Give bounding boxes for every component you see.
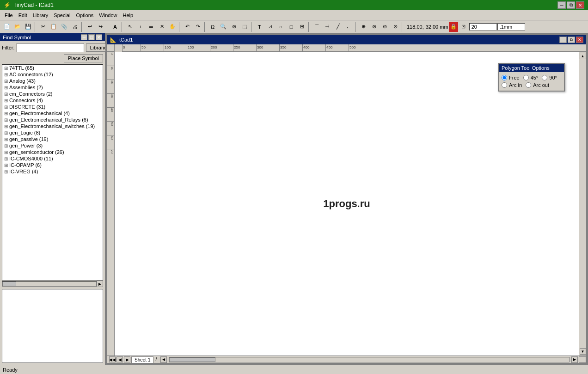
tree-item-1[interactable]: ⊞AC connectors (12) — [2, 71, 103, 78]
tree-item-11[interactable]: ⊞gen_passive (19) — [2, 136, 103, 142]
restore-button[interactable]: ⧉ — [567, 1, 575, 9]
wire-button[interactable]: + — [135, 22, 146, 32]
tcad-close-button[interactable]: ✕ — [576, 37, 583, 43]
toolbar-separator-3 — [107, 22, 109, 32]
grid-button[interactable]: ⊞ — [297, 22, 307, 32]
sheet-tab-1[interactable]: Sheet 1 — [131, 356, 153, 363]
menu-special[interactable]: Special — [51, 12, 73, 19]
filter-label: Filter: — [2, 45, 15, 50]
menu-help[interactable]: Help — [120, 12, 136, 19]
menu-edit[interactable]: Edit — [16, 12, 30, 19]
tree-item-8[interactable]: ⊞gen_Electromechanical_Relays (6) — [2, 116, 103, 123]
menu-window[interactable]: Window — [96, 12, 120, 19]
undo-button[interactable]: ↩ — [85, 22, 95, 32]
status-bar: Ready — [0, 365, 588, 374]
tab-first-btn[interactable]: ◀◀ — [109, 356, 116, 362]
tree-item-16[interactable]: ⊞IC-VREG (4) — [2, 168, 103, 175]
copy-button[interactable]: 📋 — [49, 22, 59, 32]
bus-button[interactable]: ═ — [146, 22, 156, 32]
tree-item-3[interactable]: ⊞Assemblies (2) — [2, 84, 103, 91]
close-button[interactable]: ✕ — [576, 1, 584, 9]
arc-in-radio[interactable] — [502, 82, 507, 88]
scrollbar-thumb[interactable] — [169, 357, 215, 362]
print-button[interactable]: 🖨 — [70, 22, 80, 32]
cursor-button[interactable]: ⊿ — [265, 22, 275, 32]
scroll-right-h-btn[interactable]: ▶ — [571, 356, 578, 363]
save-button[interactable]: 💾 — [23, 22, 33, 32]
tree-item-4[interactable]: ⊞cm_Connectors (2) — [2, 91, 103, 97]
sym1-button[interactable]: ⊕ — [358, 22, 368, 32]
tree-item-12[interactable]: ⊞gen_Power (3) — [2, 142, 103, 149]
find-symbol-title: Find Symbol — [3, 35, 31, 40]
tree-horizontal-scrollbar[interactable]: ▶ — [2, 281, 103, 287]
tab-prev-btn[interactable]: ◀ — [116, 356, 123, 362]
paste-button[interactable]: 📎 — [59, 22, 69, 32]
menu-options[interactable]: Options — [73, 12, 96, 19]
tcad-icon: 📐 — [110, 37, 116, 43]
arc-button[interactable]: ⌒ — [312, 22, 322, 32]
undo2-button[interactable]: ↶ — [182, 22, 192, 32]
45deg-radio[interactable] — [523, 75, 529, 80]
curve-button[interactable]: ⌐ — [343, 22, 354, 32]
symbol-tree[interactable]: ⊞74TTL (65)⊞AC connectors (12)⊞Analog (4… — [2, 64, 103, 281]
sym3-button[interactable]: ⊘ — [380, 22, 390, 32]
minimize-button[interactable]: ─ — [557, 1, 566, 9]
pan-button[interactable]: ⬚ — [239, 22, 250, 32]
cut-button[interactable]: ✂ — [38, 22, 48, 32]
filter-input[interactable] — [17, 43, 84, 52]
tree-item-10[interactable]: ⊞gen_Logic (8) — [2, 129, 103, 136]
text-button[interactable]: T — [254, 22, 264, 32]
zoom-display[interactable]: 20 — [469, 23, 497, 31]
arc-out-radio[interactable] — [526, 82, 531, 88]
redo-button[interactable]: ↪ — [95, 22, 105, 32]
tab-next-btn[interactable]: ▶ — [124, 356, 130, 362]
tree-item-5[interactable]: ⊞Connectors (4) — [2, 97, 103, 104]
sym2-button[interactable]: ⊗ — [369, 22, 379, 32]
scroll-down-btn[interactable]: ▼ — [580, 348, 586, 355]
vertical-scrollbar[interactable]: ▲ ▼ — [579, 52, 586, 356]
tcad-restore-button[interactable]: ⧉ — [568, 37, 575, 43]
delete-button[interactable]: ✕ — [157, 22, 167, 32]
drag-button[interactable]: ✋ — [167, 22, 178, 32]
select-button[interactable]: ↖ — [125, 22, 135, 32]
toolbar-separator-1 — [35, 22, 37, 32]
rect-button[interactable]: □ — [286, 22, 296, 32]
scroll-right-btn[interactable]: ▶ — [97, 281, 103, 287]
90deg-option-row: 90° — [542, 75, 557, 80]
scroll-left-btn[interactable]: ◀ — [160, 356, 167, 363]
horizontal-scrollbar[interactable] — [169, 357, 570, 362]
ruler-mark-250: 250 — [233, 44, 256, 51]
new-button[interactable]: 📄 — [2, 22, 12, 32]
tree-item-15[interactable]: ⊞IC-OPAMP (6) — [2, 162, 103, 168]
pin-button[interactable]: ⊣ — [322, 22, 332, 32]
tree-item-13[interactable]: ⊞gen_semiconductor (26) — [2, 149, 103, 155]
zoom-x-button[interactable]: ⊗ — [229, 22, 239, 32]
panel-minimize-button[interactable]: ─ — [81, 34, 87, 40]
tree-item-0[interactable]: ⊞74TTL (65) — [2, 65, 103, 71]
90deg-radio[interactable] — [542, 75, 547, 80]
free-radio[interactable] — [502, 75, 507, 80]
open-button[interactable]: 📂 — [12, 22, 23, 32]
omega-button[interactable]: Ω — [208, 22, 218, 32]
zoom-in-button[interactable]: 🔍 — [218, 22, 228, 32]
tree-item-7[interactable]: ⊞gen_Electromechanical (4) — [2, 110, 103, 116]
panel-maximize-button[interactable]: □ — [88, 34, 95, 40]
tree-item-6[interactable]: ⊞DISCRETE (31) — [2, 104, 103, 110]
bold-button[interactable]: A — [110, 22, 120, 32]
redo2-button[interactable]: ↷ — [193, 22, 203, 32]
coord-y: 32.00 mm — [426, 24, 448, 30]
tree-item-2[interactable]: ⊞Analog (43) — [2, 78, 103, 84]
drawing-canvas[interactable]: 1progs.ru Polygon Tool Options Free — [115, 52, 579, 356]
menu-file[interactable]: File — [2, 12, 16, 19]
line-button[interactable]: ╱ — [333, 22, 343, 32]
scroll-up-btn[interactable]: ▲ — [580, 53, 586, 59]
place-symbol-button[interactable]: Place Symbol — [64, 54, 103, 62]
menu-library[interactable]: Library — [30, 12, 51, 19]
sym4-button[interactable]: ⊙ — [390, 22, 400, 32]
tree-item-14[interactable]: ⊞IC-CMOS4000 (11) — [2, 155, 103, 162]
panel-close-button[interactable]: ✕ — [96, 34, 102, 40]
circle-button[interactable]: ○ — [276, 22, 286, 32]
tree-item-9[interactable]: ⊞gen_Electromechanical_switches (19) — [2, 123, 103, 129]
ruler-mark-400: 400 — [302, 44, 325, 51]
tcad-minimize-button[interactable]: ─ — [559, 37, 567, 43]
